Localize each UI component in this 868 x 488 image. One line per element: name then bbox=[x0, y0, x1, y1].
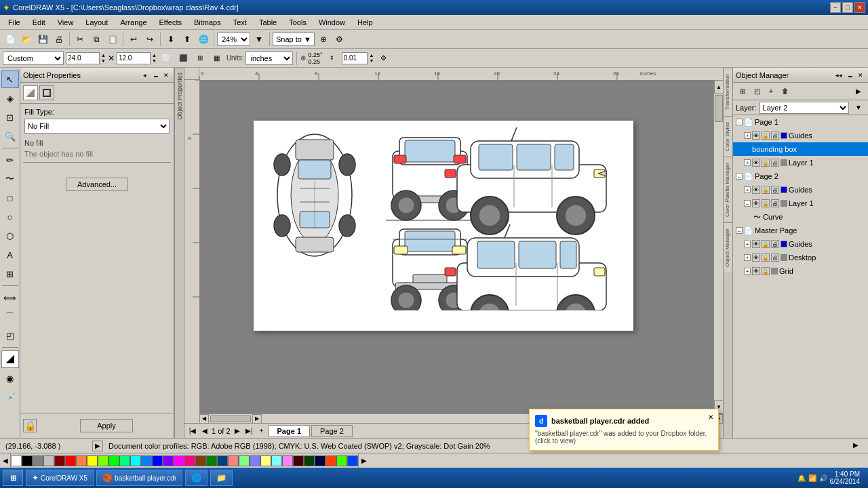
page2-layer1-print[interactable]: 🖨 bbox=[771, 199, 779, 207]
swatch-periwinkle[interactable] bbox=[250, 455, 260, 466]
mgr-objects-button[interactable]: ◰ bbox=[750, 85, 764, 98]
mgr-delete-button[interactable]: 🗑 bbox=[778, 85, 792, 98]
grid-lock[interactable]: 🔒 bbox=[762, 267, 770, 275]
snap-indicator[interactable]: ▶ bbox=[92, 441, 103, 451]
swatch-gray[interactable] bbox=[33, 455, 43, 466]
outline-tab[interactable] bbox=[39, 85, 54, 100]
menu-item-window[interactable]: Window bbox=[313, 17, 351, 28]
mgr-options-button[interactable]: ▶ bbox=[852, 85, 865, 98]
page2-item[interactable]: – 📄 Page 2 bbox=[733, 169, 868, 183]
width-up[interactable]: ▲ bbox=[101, 53, 106, 58]
nudge-options[interactable]: ⚙ bbox=[376, 51, 391, 66]
vertical-scrollbar[interactable]: ▲ ▼ bbox=[713, 80, 723, 413]
desktop-eye[interactable]: 👁 bbox=[752, 253, 760, 262]
prev-page-button[interactable]: ◀ bbox=[199, 426, 210, 436]
palette-manager-tab[interactable]: Color Palette Manager bbox=[724, 157, 732, 222]
layer-select[interactable]: Layer 2 bbox=[760, 102, 849, 114]
swatch-darkgreen[interactable] bbox=[206, 455, 217, 466]
open-button[interactable]: 📂 bbox=[19, 32, 34, 47]
panel-dock-button[interactable]: 🗕 bbox=[151, 70, 160, 80]
width-input[interactable] bbox=[66, 52, 100, 64]
scroll-thumb-v[interactable] bbox=[715, 95, 723, 122]
page2-guides-lock[interactable]: 🔒 bbox=[762, 186, 770, 194]
menu-item-table[interactable]: Table bbox=[254, 17, 282, 28]
import-button[interactable]: ⬇ bbox=[163, 32, 178, 47]
desktop-expand[interactable]: + bbox=[744, 254, 751, 261]
crop-tool[interactable]: ⊡ bbox=[1, 108, 19, 126]
snap-to-button[interactable]: Snap to ▼ bbox=[273, 33, 315, 46]
select-tool[interactable]: ↖ bbox=[1, 70, 19, 88]
nudge-input[interactable] bbox=[342, 52, 368, 64]
scroll-up-button[interactable]: ▲ bbox=[714, 80, 723, 94]
connector-tool[interactable]: ⌒ bbox=[1, 308, 19, 325]
save-button[interactable]: 💾 bbox=[35, 32, 50, 47]
swatch-red[interactable] bbox=[65, 455, 76, 466]
swatch-orange[interactable] bbox=[76, 455, 87, 466]
grid-expand[interactable]: + bbox=[744, 268, 751, 274]
shape-tool[interactable]: ◈ bbox=[1, 89, 19, 107]
swatch-brown[interactable] bbox=[195, 455, 206, 466]
swatch-chartreuse[interactable] bbox=[336, 455, 347, 466]
master-guides-expand[interactable]: + bbox=[744, 241, 751, 247]
advanced-button[interactable]: Advanced... bbox=[66, 178, 128, 191]
swatch-royal-blue[interactable] bbox=[347, 455, 358, 466]
drawing-canvas[interactable]: 4245 mm / 167.1" bbox=[199, 80, 723, 423]
menu-item-effects[interactable]: Effects bbox=[154, 17, 187, 28]
page2-guides-expand[interactable]: + bbox=[744, 186, 751, 193]
options-button[interactable]: ⚙ bbox=[332, 32, 347, 47]
page1-layer1-print[interactable]: 🖨 bbox=[771, 159, 779, 167]
menu-item-arrange[interactable]: Arrange bbox=[115, 17, 152, 28]
swatch-white[interactable] bbox=[11, 455, 22, 466]
status-arrow-button[interactable]: ▶ bbox=[853, 441, 863, 451]
page2-guides-print[interactable]: 🖨 bbox=[771, 186, 779, 194]
swatch-darknavy[interactable] bbox=[315, 455, 326, 466]
next-page-button[interactable]: ▶ bbox=[232, 426, 243, 436]
fill-type-select[interactable]: No Fill Uniform Fill Fountain Fill bbox=[24, 119, 170, 134]
swatch-lightcyan[interactable] bbox=[271, 455, 282, 466]
print-button[interactable]: 🖨 bbox=[52, 32, 66, 47]
page2-layer1-expand[interactable]: – bbox=[744, 200, 751, 207]
smart-draw-tool[interactable]: 〜 bbox=[1, 170, 19, 188]
nudge-up[interactable]: ▲ bbox=[370, 53, 374, 58]
master-guides-eye[interactable]: 👁 bbox=[752, 240, 760, 248]
swatch-lime[interactable] bbox=[98, 455, 108, 466]
transformation-tab[interactable]: Transformation bbox=[724, 68, 732, 116]
export-button[interactable]: ⬆ bbox=[180, 32, 195, 47]
master-guides-item[interactable]: + 👁 🔒 🖨 Guides bbox=[733, 237, 868, 251]
page2-guides-eye[interactable]: 👁 bbox=[752, 186, 760, 194]
page1-layer1-eye[interactable]: 👁 bbox=[752, 159, 760, 167]
page1-tab[interactable]: Page 1 bbox=[269, 425, 310, 437]
zoom-tool[interactable]: 🔍 bbox=[1, 127, 19, 145]
desktop-item[interactable]: + 👁 🔒 🖨 Desktop bbox=[733, 251, 868, 264]
master-page-expand[interactable]: – bbox=[736, 227, 743, 234]
mgr-close-button[interactable]: ✕ bbox=[856, 70, 865, 80]
layer-options-button[interactable]: ▼ bbox=[852, 101, 865, 115]
table-tool[interactable]: ⊞ bbox=[1, 265, 19, 283]
swatch-silver[interactable] bbox=[43, 455, 54, 466]
text-tool[interactable]: A bbox=[1, 246, 19, 264]
notification-body[interactable]: "basketball player.cdr" was added to you… bbox=[535, 430, 713, 445]
scroll-thumb-h[interactable] bbox=[210, 415, 251, 422]
panel-close-button[interactable]: ✕ bbox=[161, 70, 171, 80]
drawing-area[interactable]: 0 4 8 12 16 20 24 28 bbox=[184, 68, 723, 423]
basketball-taskbar-btn[interactable]: 🏀 basketball player.cdr bbox=[96, 470, 182, 486]
bounding-box-item[interactable]: bounding box bbox=[733, 142, 868, 156]
parallel-dim-tool[interactable]: ⟺ bbox=[1, 289, 19, 306]
swatch-purple[interactable] bbox=[163, 455, 174, 466]
master-guides-lock[interactable]: 🔒 bbox=[762, 240, 770, 248]
last-page-button[interactable]: ▶| bbox=[244, 426, 255, 436]
page2-guides-item[interactable]: + 👁 🔒 🖨 Guides bbox=[733, 183, 868, 197]
swatch-green[interactable] bbox=[108, 455, 119, 466]
nudge-down[interactable]: ▼ bbox=[370, 58, 374, 64]
swatch-lightgreen[interactable] bbox=[239, 455, 250, 466]
page2-expand[interactable]: – bbox=[736, 173, 743, 180]
publish-button[interactable]: 🌐 bbox=[196, 32, 211, 47]
object-manager-vert-tab[interactable]: Object Manager bbox=[724, 222, 732, 272]
mgr-dock-button[interactable]: 🗕 bbox=[845, 70, 854, 80]
page1-guides-expand[interactable]: + bbox=[744, 132, 751, 139]
menu-item-text[interactable]: Text bbox=[228, 17, 252, 28]
swatch-magenta[interactable] bbox=[174, 455, 184, 466]
page2-tab[interactable]: Page 2 bbox=[311, 425, 353, 437]
palette-scroll-left[interactable]: ◀ bbox=[0, 453, 11, 468]
page1-guides-item[interactable]: + 👁 🔒 🖨 Guides bbox=[733, 129, 868, 142]
